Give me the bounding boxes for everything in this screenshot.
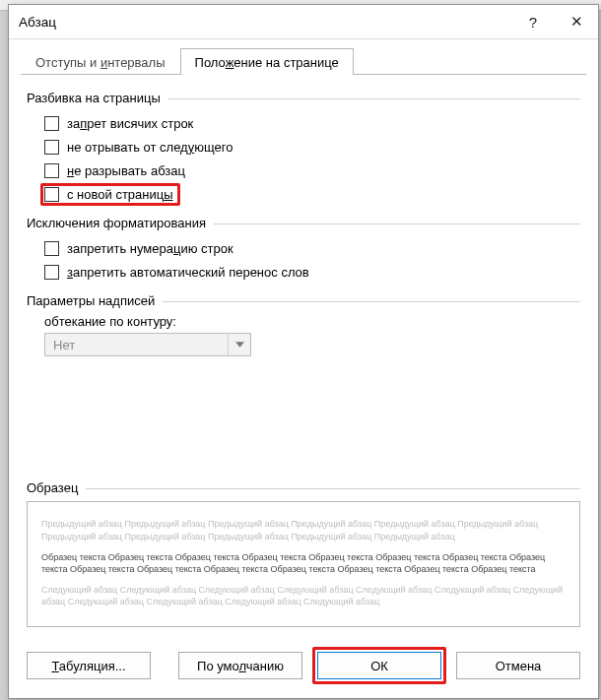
dialog-button-row: Табуляция... По умолчанию ОК Отмена (9, 635, 598, 698)
option-label: не разрывать абзац (67, 163, 185, 178)
option-suppress-line-numbers[interactable]: запретить нумерацию строк (44, 236, 580, 260)
option-label: запрет висячих строк (67, 116, 193, 131)
checkbox-icon[interactable] (44, 241, 59, 256)
group-textbox-options: Параметры надписей (27, 293, 580, 308)
ok-button[interactable]: ОК (317, 652, 441, 679)
group-pagination: Разбивка на страницы (27, 91, 580, 105)
option-label: с новой страницы (67, 187, 173, 202)
dialog-title: Абзац (19, 15, 511, 30)
select-value: Нет (53, 338, 75, 352)
tab-indents[interactable]: Отступы и интервалы (21, 48, 180, 75)
textbox-wrap-select[interactable]: Нет (44, 333, 251, 356)
preview-next-text: Следующий абзац Следующий абзац Следующи… (41, 584, 566, 608)
help-icon: ? (529, 14, 537, 31)
option-widow-orphan[interactable]: запрет висячих строк (44, 111, 580, 135)
help-button[interactable]: ? (511, 5, 555, 38)
checkbox-icon[interactable] (44, 116, 59, 131)
paragraph-dialog: Абзац ? ✕ Отступы и интервалы Положение … (8, 4, 599, 699)
option-keep-lines-together[interactable]: не разрывать абзац (44, 159, 580, 182)
option-label: не отрывать от следующего (67, 140, 233, 155)
group-preview: Образец (27, 480, 580, 495)
preview-box: Предыдущий абзац Предыдущий абзац Предыд… (27, 501, 580, 627)
preview-sample-text: Образец текста Образец текста Образец те… (41, 551, 566, 576)
group-formatting-exceptions: Исключения форматирования (27, 216, 580, 230)
chevron-down-icon (228, 334, 250, 355)
highlight-annotation: с новой страницы (40, 183, 180, 206)
close-button[interactable]: ✕ (555, 5, 598, 38)
option-page-break-before[interactable]: с новой страницы (44, 182, 580, 206)
cancel-button[interactable]: Отмена (456, 652, 580, 679)
option-label: запретить нумерацию строк (67, 241, 234, 256)
tab-strip: Отступы и интервалы Положение на страниц… (9, 45, 598, 75)
option-no-hyphenation[interactable]: запретить автоматический перенос слов (44, 260, 580, 284)
close-icon: ✕ (570, 13, 583, 31)
option-label: запретить автоматический перенос слов (67, 265, 309, 280)
checkbox-icon[interactable] (44, 265, 59, 280)
checkbox-icon[interactable] (44, 140, 59, 155)
checkbox-icon[interactable] (44, 163, 59, 178)
titlebar: Абзац ? ✕ (9, 5, 598, 39)
preview-prev-text: Предыдущий абзац Предыдущий абзац Предыд… (41, 518, 566, 542)
set-default-button[interactable]: По умолчанию (178, 652, 302, 679)
option-keep-with-next[interactable]: не отрывать от следующего (44, 135, 580, 159)
tab-page-position[interactable]: Положение на странице (180, 48, 354, 75)
tabs-button[interactable]: Табуляция... (27, 652, 151, 679)
textbox-wrap-label: обтекание по контуру: (44, 314, 580, 329)
highlight-annotation: ОК (312, 647, 446, 684)
checkbox-icon[interactable] (44, 187, 59, 202)
